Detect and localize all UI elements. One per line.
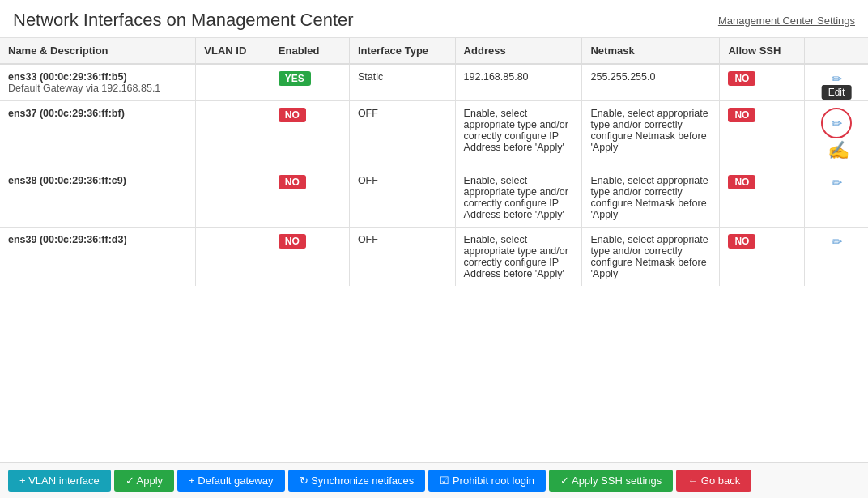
cell-enabled: YES — [270, 64, 349, 101]
col-header-itype: Interface Type — [349, 38, 455, 64]
enabled-badge: NO — [279, 175, 306, 189]
cell-vlan — [196, 168, 270, 228]
col-header-action — [805, 38, 869, 64]
settings-link[interactable]: Management Center Settings — [718, 15, 855, 27]
apply-ssh-button[interactable]: ✓ Apply SSH settings — [549, 470, 673, 492]
edit-tooltip: Edit — [822, 85, 852, 100]
edit-tooltip-wrapper: Edit ✏ ✍ — [821, 108, 852, 161]
cell-action: Edit ✏ ✍ — [805, 101, 869, 168]
cell-address: Enable, select appropriate type and/or c… — [455, 101, 582, 168]
table-row: ens39 (00:0c:29:36:ff:d3)NOOFFEnable, se… — [0, 228, 868, 287]
cell-enabled: NO — [270, 168, 349, 228]
cell-action: ✏ — [805, 228, 869, 287]
col-header-ssh: Allow SSH — [720, 38, 805, 64]
ssh-badge: NO — [728, 234, 755, 249]
cell-ssh: NO — [720, 168, 805, 228]
cell-ssh: NO — [720, 64, 805, 101]
cell-vlan — [196, 64, 270, 101]
table-row: ens37 (00:0c:29:36:ff:bf)NOOFFEnable, se… — [0, 101, 868, 168]
page-title: Network Interfaces on Management Center — [13, 10, 354, 31]
edit-button[interactable]: ✏ — [832, 175, 842, 190]
cell-action: ✏ — [805, 168, 869, 228]
ssh-badge: NO — [728, 71, 755, 86]
cell-itype: OFF — [349, 101, 455, 168]
table-row: ens33 (00:0c:29:36:ff:b5)Default Gateway… — [0, 64, 868, 101]
bottom-toolbar: + VLAN interface ✓ Apply + Default gatew… — [0, 462, 868, 498]
cell-name: ens39 (00:0c:29:36:ff:d3) — [0, 228, 196, 287]
cell-vlan — [196, 101, 270, 168]
cell-netmask: Enable, select appropriate type and/or c… — [582, 168, 720, 228]
default-gateway-button[interactable]: + Default gateway — [177, 470, 284, 492]
cell-itype: OFF — [349, 168, 455, 228]
prohibit-root-login-button[interactable]: ☑ Prohibit root login — [428, 470, 546, 492]
col-header-vlan: VLAN ID — [196, 38, 270, 64]
cell-vlan — [196, 228, 270, 287]
edit-button[interactable]: ✏ — [832, 234, 842, 249]
enabled-badge: NO — [279, 108, 306, 122]
cell-name: ens38 (00:0c:29:36:ff:c9) — [0, 168, 196, 228]
cell-enabled: NO — [270, 101, 349, 168]
enabled-badge: YES — [279, 71, 311, 86]
cell-address: Enable, select appropriate type and/or c… — [455, 228, 582, 287]
cell-name: ens37 (00:0c:29:36:ff:bf) — [0, 101, 196, 168]
cell-address: Enable, select appropriate type and/or c… — [455, 168, 582, 228]
edit-button-highlighted[interactable]: ✏ — [821, 108, 852, 138]
enabled-badge: NO — [279, 234, 306, 249]
apply-button[interactable]: ✓ Apply — [114, 470, 174, 492]
col-header-enabled: Enabled — [270, 38, 349, 64]
cell-netmask: Enable, select appropriate type and/or c… — [582, 228, 720, 287]
cell-address: 192.168.85.80 — [455, 64, 582, 101]
cell-enabled: NO — [270, 228, 349, 287]
cursor-hand-icon: ✍ — [828, 140, 849, 161]
cell-netmask: 255.255.255.0 — [582, 64, 720, 101]
interface-desc: Default Gateway via 192.168.85.1 — [8, 83, 160, 94]
table-header-row: Name & Description VLAN ID Enabled Inter… — [0, 38, 868, 64]
cell-itype: Static — [349, 64, 455, 101]
interfaces-table: Name & Description VLAN ID Enabled Inter… — [0, 38, 868, 286]
col-header-name: Name & Description — [0, 38, 196, 64]
cell-netmask: Enable, select appropriate type and/or c… — [582, 101, 720, 168]
cell-ssh: NO — [720, 228, 805, 287]
synchronize-button[interactable]: ↻ Synchronize netifaces — [288, 470, 426, 492]
interface-name: ens37 (00:0c:29:36:ff:bf) — [8, 108, 125, 119]
ssh-badge: NO — [728, 175, 755, 189]
go-back-button[interactable]: ← Go back — [676, 470, 751, 492]
col-header-netmask: Netmask — [582, 38, 720, 64]
col-header-address: Address — [455, 38, 582, 64]
interface-name: ens38 (00:0c:29:36:ff:c9) — [8, 175, 126, 186]
cell-name: ens33 (00:0c:29:36:ff:b5)Default Gateway… — [0, 64, 196, 101]
interface-name: ens39 (00:0c:29:36:ff:d3) — [8, 234, 127, 245]
cell-ssh: NO — [720, 101, 805, 168]
table-row: ens38 (00:0c:29:36:ff:c9)NOOFFEnable, se… — [0, 168, 868, 228]
interface-name: ens33 (00:0c:29:36:ff:b5) — [8, 71, 127, 83]
pencil-icon: ✏ — [832, 116, 842, 131]
cell-itype: OFF — [349, 228, 455, 287]
ssh-badge: NO — [728, 108, 755, 122]
interfaces-table-container: Name & Description VLAN ID Enabled Inter… — [0, 38, 868, 435]
vlan-interface-button[interactable]: + VLAN interface — [8, 470, 111, 492]
